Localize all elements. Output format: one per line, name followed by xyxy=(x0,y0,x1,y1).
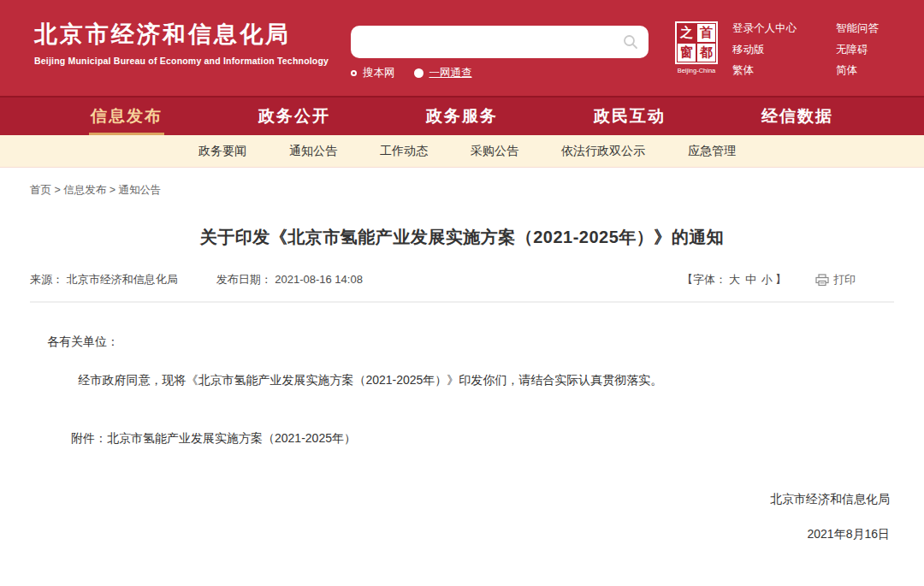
breadcrumb-item-信息发布[interactable]: 信息发布 xyxy=(63,184,106,196)
subnav-item-依法行政双公示[interactable]: 依法行政双公示 xyxy=(561,144,645,159)
print-label: 打印 xyxy=(833,272,856,287)
salutation: 各有关单位： xyxy=(47,334,924,350)
search-scope-options: 搜本网一网通查 xyxy=(351,66,649,80)
subnav-item-采购公告[interactable]: 采购公告 xyxy=(471,144,518,159)
search-scope-label: 一网通查 xyxy=(429,66,472,80)
signature-org: 北京市经济和信息化局 xyxy=(0,492,890,507)
quick-link[interactable]: 无障碍 xyxy=(836,44,879,56)
subnav-item-应急管理[interactable]: 应急管理 xyxy=(688,144,736,159)
nav-item-政务服务[interactable]: 政务服务 xyxy=(378,98,546,135)
search-scope-label: 搜本网 xyxy=(363,66,395,80)
beijing-china-seal-logo[interactable]: 之首窗都 Beijing-China xyxy=(673,21,720,74)
search-input[interactable] xyxy=(361,29,623,55)
site-name: 北京市经济和信息化局 xyxy=(34,19,329,50)
subnav-item-政务要闻[interactable]: 政务要闻 xyxy=(198,144,246,159)
source-value: 北京市经济和信息化局 xyxy=(67,273,178,286)
attachment-link[interactable]: 附件：北京市氢能产业发展实施方案（2021-2025年） xyxy=(71,431,924,447)
print-button[interactable]: 打印 xyxy=(815,272,856,287)
nav-item-政民互动[interactable]: 政民互动 xyxy=(546,98,714,135)
sub-nav: 政务要闻通知公告工作动态采购公告依法行政双公示应急管理 xyxy=(0,135,924,168)
source-group: 来源： 北京市经济和信息化局 xyxy=(30,272,178,287)
breadcrumb-separator: > xyxy=(106,184,118,196)
header-quick-links: 登录个人中心移动版繁体智能问答无障碍简体 xyxy=(732,23,879,86)
breadcrumb-item-通知公告[interactable]: 通知公告 xyxy=(119,184,162,196)
article-meta: 来源： 北京市经济和信息化局 发布日期： 2021-08-16 14:08 【字… xyxy=(30,272,894,287)
font-size-option-小[interactable]: 小 xyxy=(761,273,773,286)
search-icon[interactable] xyxy=(623,34,638,50)
signature-date: 2021年8月16日 xyxy=(0,527,890,542)
nav-item-经信数据[interactable]: 经信数据 xyxy=(714,98,881,135)
printer-icon xyxy=(815,274,829,287)
quick-links-column-1: 登录个人中心移动版繁体 xyxy=(732,23,797,86)
seal-caption: Beijing-China xyxy=(673,67,720,74)
breadcrumb-separator: > xyxy=(51,184,63,196)
article-body: 各有关单位： 经市政府同意，现将《北京市氢能产业发展实施方案（2021-2025… xyxy=(0,334,924,542)
seal-grid: 之首窗都 xyxy=(675,21,718,64)
font-size-option-大[interactable]: 大 xyxy=(729,273,740,286)
breadcrumb-item-首页[interactable]: 首页 xyxy=(30,184,51,196)
font-control-suffix: 】 xyxy=(775,273,786,286)
nav-item-信息发布[interactable]: 信息发布 xyxy=(43,98,210,135)
seal-character: 之 xyxy=(677,23,696,43)
font-size-control: 【字体：大中小】 xyxy=(682,272,786,287)
nav-item-政务公开[interactable]: 政务公开 xyxy=(210,98,378,135)
publish-date-value: 2021-08-16 14:08 xyxy=(275,273,363,286)
publish-date-label: 发布日期： xyxy=(216,273,272,286)
main-nav: 信息发布政务公开政务服务政民互动经信数据 xyxy=(0,96,924,135)
quick-link[interactable]: 简体 xyxy=(836,65,879,76)
font-size-option-中[interactable]: 中 xyxy=(745,273,756,286)
seal-character: 窗 xyxy=(677,43,696,62)
search-scope-option-1[interactable]: 搜本网 xyxy=(351,66,395,80)
quick-link[interactable]: 登录个人中心 xyxy=(732,23,797,34)
quick-links-column-2: 智能问答无障碍简体 xyxy=(836,23,879,86)
font-control-prefix: 【字体： xyxy=(682,273,726,286)
breadcrumb: 首页 > 信息发布 > 通知公告 xyxy=(30,183,924,198)
quick-link[interactable]: 移动版 xyxy=(732,44,797,56)
meta-divider xyxy=(30,301,894,303)
radio-ring-icon xyxy=(351,70,357,76)
body-paragraph: 经市政府同意，现将《北京市氢能产业发展实施方案（2021-2025年）》印发你们… xyxy=(47,370,877,391)
seal-character: 首 xyxy=(696,23,716,43)
search-scope-option-2[interactable]: 一网通查 xyxy=(414,66,472,80)
search-area: 搜本网一网通查 xyxy=(351,26,649,80)
radio-dot-icon xyxy=(414,68,424,78)
search-box[interactable] xyxy=(351,26,649,58)
site-header: 北京市经济和信息化局 Beijing Municipal Bureau of E… xyxy=(0,0,924,96)
subnav-item-工作动态[interactable]: 工作动态 xyxy=(380,144,428,159)
date-group: 发布日期： 2021-08-16 14:08 xyxy=(216,272,363,287)
site-name-english: Beijing Municipal Bureau of Economy and … xyxy=(34,56,329,66)
page-title: 关于印发《北京市氢能产业发展实施方案（2021-2025年）》的通知 xyxy=(0,226,924,249)
quick-link[interactable]: 繁体 xyxy=(732,65,797,76)
site-logo[interactable]: 北京市经济和信息化局 Beijing Municipal Bureau of E… xyxy=(34,19,329,66)
source-label: 来源： xyxy=(30,273,63,286)
seal-character: 都 xyxy=(696,43,716,62)
subnav-item-通知公告[interactable]: 通知公告 xyxy=(289,144,337,159)
quick-link[interactable]: 智能问答 xyxy=(836,23,879,34)
